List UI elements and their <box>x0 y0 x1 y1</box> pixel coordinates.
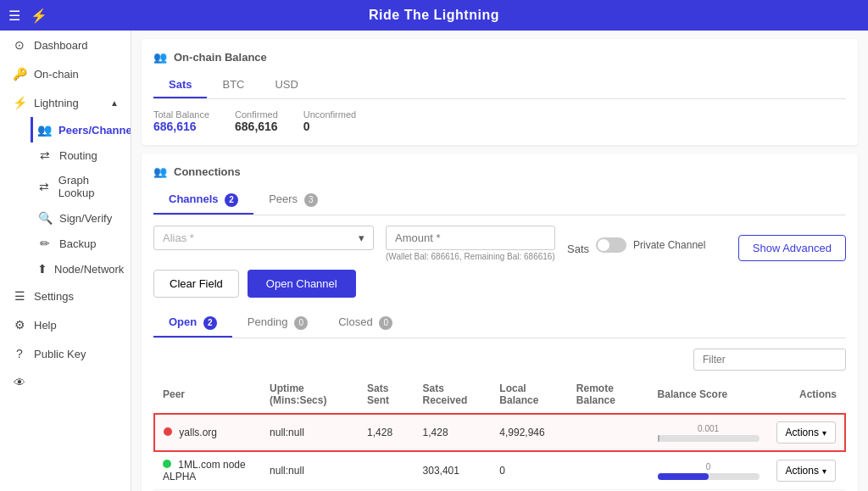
cell-remote-balance <box>568 451 649 490</box>
connections-header: 👥 Connections <box>153 165 846 178</box>
private-channel-toggle[interactable] <box>596 237 626 253</box>
sidebar-item-backup[interactable]: ⬆ Node/Network <box>31 256 131 282</box>
menu-icon[interactable]: ☰ <box>8 8 20 24</box>
settings-icon: ⚙ <box>12 318 27 332</box>
sidebar-label-onchain: On-chain <box>34 68 79 81</box>
peers-badge: 3 <box>304 193 318 207</box>
cell-balance-score: 0.001 <box>649 414 768 451</box>
peer-name: yalls.org <box>179 427 217 438</box>
pending-badge: 0 <box>294 316 308 330</box>
actions-button[interactable]: Actions ▾ <box>776 421 836 444</box>
connections-title: Connections <box>174 165 241 178</box>
public-key-icon: 👁 <box>12 376 27 389</box>
th-remote-balance: Remote Balance <box>568 376 649 414</box>
channels-badge: 2 <box>225 193 238 207</box>
confirmed-balance: Confirmed 686,616 <box>235 109 278 133</box>
sidebar-label-sign: Backup <box>59 237 96 250</box>
sidebar-item-sign-verify[interactable]: ✏ Backup <box>31 231 131 256</box>
table-row: 1ML.com node ALPHA null:null 303,401 0 0… <box>154 451 845 490</box>
sign-icon: ✏ <box>37 237 53 250</box>
tab-usd[interactable]: USD <box>259 72 313 98</box>
tab-btc[interactable]: BTC <box>207 72 259 98</box>
sidebar-label-backup: Node/Network <box>54 263 124 276</box>
sidebar-item-public-key[interactable]: 👁 <box>0 368 131 397</box>
tab-pending[interactable]: Pending 0 <box>232 310 323 338</box>
sidebar-item-onchain[interactable]: 🔑 On-chain <box>0 59 131 88</box>
status-dot <box>163 460 171 468</box>
sidebar-item-settings[interactable]: ⚙ Help <box>0 310 131 339</box>
cell-remote-balance <box>568 414 649 451</box>
sidebar-label-graph: Sign/Verify <box>59 212 112 225</box>
confirmed-value: 686,616 <box>235 120 278 133</box>
cell-peer: yalls.org <box>154 414 261 451</box>
open-channel-button[interactable]: Open Channel <box>248 270 356 298</box>
sats-toggle-area: Sats Private Channel <box>567 234 705 255</box>
sidebar-item-help[interactable]: ? Public Key <box>0 339 131 368</box>
th-sats-sent: Sats Sent <box>359 376 415 414</box>
balance-bar-fill <box>658 435 659 442</box>
open-badge: 2 <box>203 316 217 330</box>
cell-sats-received: 303,401 <box>415 451 492 490</box>
actions-arrow-icon: ▾ <box>822 466 826 476</box>
th-sats-received: Sats Received <box>415 376 492 414</box>
unconfirmed-label: Unconfirmed <box>303 109 356 120</box>
tab-open[interactable]: Open 2 <box>153 310 232 338</box>
sidebar-item-routing[interactable]: ⇄ Graph Lookup <box>31 168 131 205</box>
tab-sats[interactable]: Sats <box>153 72 207 98</box>
alias-field-group: Alias * ▾ <box>153 226 374 250</box>
connections-tabs: Channels 2 Peers 3 <box>153 187 846 215</box>
open-channel-form: Alias * ▾ (Wallet Bal: 686616, Remaining… <box>153 226 846 261</box>
sidebar-label-lightning: Lightning <box>34 97 79 109</box>
tab-closed[interactable]: Closed 0 <box>323 310 408 338</box>
actions-button[interactable]: Actions ▾ <box>776 460 836 482</box>
cell-sats-sent <box>359 451 415 490</box>
transactions-icon: ⇄ <box>37 148 53 162</box>
alias-label: Alias * <box>163 232 194 244</box>
cell-sats-sent: 1,428 <box>359 414 415 451</box>
unconfirmed-balance: Unconfirmed 0 <box>303 109 356 133</box>
form-buttons: Clear Field Open Channel <box>153 270 846 298</box>
sidebar-label-node: Settings <box>34 290 74 303</box>
connections-icon: 👥 <box>153 165 167 178</box>
node-icon: ☰ <box>12 289 27 303</box>
backup-icon: ⬆ <box>37 262 47 276</box>
sidebar-item-transactions[interactable]: ⇄ Routing <box>31 142 131 168</box>
topbar: ☰ ⚡ Ride The Lightning <box>0 0 868 31</box>
alias-input[interactable]: Alias * ▾ <box>153 226 374 250</box>
onchain-balance-header: 👥 On-chain Balance <box>153 51 846 64</box>
expand-icon: ▲ <box>110 98 119 108</box>
tab-peers[interactable]: Peers 3 <box>253 187 333 215</box>
sidebar-label-help: Public Key <box>34 348 86 360</box>
clear-field-button[interactable]: Clear Field <box>153 270 239 298</box>
th-uptime: Uptime (Mins:Secs) <box>261 376 359 414</box>
sidebar-label-dashboard: Dashboard <box>34 39 88 52</box>
th-peer: Peer <box>154 376 261 414</box>
sidebar-item-dashboard[interactable]: ⊙ Dashboard <box>0 31 131 59</box>
sats-label: Sats <box>567 243 589 255</box>
alias-dropdown-icon[interactable]: ▾ <box>359 232 364 244</box>
sidebar-item-lightning[interactable]: ⚡ Lightning ▲ <box>0 88 131 117</box>
show-advanced-button[interactable]: Show Advanced <box>738 235 846 261</box>
sidebar-item-node-network[interactable]: ☰ Settings <box>0 282 131 310</box>
channels-table: Peer Uptime (Mins:Secs) Sats Sent Sats R… <box>153 376 846 490</box>
graph-icon: 🔍 <box>37 211 53 225</box>
confirmed-label: Confirmed <box>235 109 278 120</box>
sidebar: ⊙ Dashboard 🔑 On-chain ⚡ Lightning ▲ 👥 P… <box>0 31 131 491</box>
unconfirmed-value: 0 <box>303 120 310 133</box>
bolt-icon[interactable]: ⚡ <box>31 8 47 24</box>
sidebar-label-peers: Peers/Channels <box>58 124 131 137</box>
table-row: yalls.org null:null 1,428 1,428 4,992,94… <box>154 414 845 451</box>
table-header-row: Peer Uptime (Mins:Secs) Sats Sent Sats R… <box>154 376 845 414</box>
amount-hint: (Wallet Bal: 686616, Remaining Bal: 6866… <box>386 252 555 261</box>
sidebar-item-peers-channels[interactable]: 👥 Peers/Channels <box>31 117 131 142</box>
tab-channels[interactable]: Channels 2 <box>153 187 253 215</box>
cell-balance-score: 0 <box>649 451 768 490</box>
lightning-submenu: 👥 Peers/Channels ⇄ Routing ⇄ Graph Looku… <box>0 117 131 282</box>
filter-input[interactable] <box>693 349 846 371</box>
total-balance-label: Total Balance <box>153 109 209 120</box>
balance-tabs: Sats BTC USD <box>153 72 846 99</box>
amount-input[interactable] <box>386 226 555 250</box>
sidebar-item-graph-lookup[interactable]: 🔍 Sign/Verify <box>31 205 131 231</box>
peer-name: 1ML.com node ALPHA <box>163 459 246 483</box>
balance-bar-fill <box>658 473 709 480</box>
